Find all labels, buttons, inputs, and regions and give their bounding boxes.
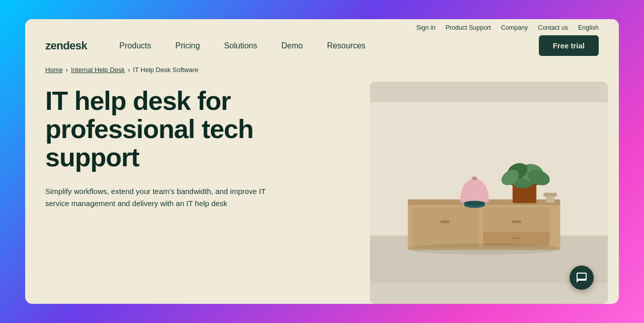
product-support-link[interactable]: Product Support — [445, 24, 491, 31]
contact-us-link[interactable]: Contact us — [538, 24, 568, 31]
language-selector[interactable]: English — [578, 24, 599, 31]
svg-point-23 — [408, 243, 560, 255]
svg-rect-4 — [412, 207, 478, 247]
company-link[interactable]: Company — [501, 24, 528, 31]
breadcrumb-home[interactable]: Home — [45, 66, 63, 74]
svg-point-11 — [471, 176, 477, 180]
chat-button[interactable] — [570, 266, 594, 290]
nav-demo[interactable]: Demo — [269, 37, 315, 54]
svg-rect-9 — [512, 237, 521, 239]
chat-icon — [576, 272, 588, 284]
breadcrumb-separator-2: › — [128, 66, 130, 74]
svg-rect-7 — [512, 220, 521, 223]
breadcrumb: Home › Internal Help Desk › IT Help Desk… — [25, 64, 619, 82]
free-trial-button[interactable]: Free trial — [539, 35, 599, 56]
hero-title: IT help desk for professional tech suppo… — [45, 87, 350, 171]
svg-rect-22 — [543, 193, 556, 197]
logo[interactable]: zendesk — [45, 39, 87, 52]
nav-resources[interactable]: Resources — [315, 37, 377, 54]
utility-bar: Sign in Product Support Company Contact … — [25, 19, 619, 35]
hero-subtitle: Simplify workflows, extend your team's b… — [45, 185, 287, 210]
hero-content: IT help desk for professional tech suppo… — [45, 82, 350, 304]
main-nav: zendesk Products Pricing Solutions Demo … — [25, 35, 619, 64]
breadcrumb-internal[interactable]: Internal Help Desk — [71, 66, 125, 74]
sign-in-link[interactable]: Sign in — [416, 24, 435, 31]
breadcrumb-current: IT Help Desk Software — [133, 66, 198, 74]
nav-solutions[interactable]: Solutions — [212, 37, 269, 54]
nav-products[interactable]: Products — [107, 37, 163, 54]
breadcrumb-separator-1: › — [66, 66, 68, 74]
main-window: Sign in Product Support Company Contact … — [25, 19, 619, 304]
nav-links: Products Pricing Solutions Demo Resource… — [107, 37, 538, 54]
nav-pricing[interactable]: Pricing — [163, 37, 212, 54]
svg-rect-5 — [440, 220, 450, 223]
svg-point-13 — [464, 201, 485, 206]
hero-section: IT help desk for professional tech suppo… — [25, 82, 619, 304]
hero-image — [370, 82, 608, 304]
